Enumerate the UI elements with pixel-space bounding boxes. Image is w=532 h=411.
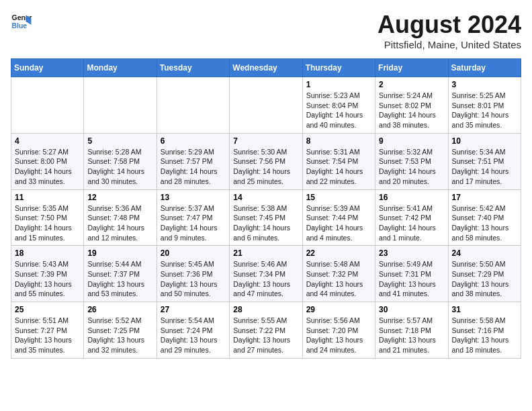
week-row-2: 4Sunrise: 5:27 AM Sunset: 8:00 PM Daylig… <box>11 133 521 189</box>
day-info: Sunrise: 5:46 AM Sunset: 7:34 PM Dayligh… <box>233 259 298 299</box>
weekday-header-sunday: Sunday <box>11 59 84 77</box>
day-info: Sunrise: 5:50 AM Sunset: 7:29 PM Dayligh… <box>452 259 517 299</box>
day-number: 27 <box>161 305 226 314</box>
day-number: 26 <box>87 305 152 314</box>
day-info: Sunrise: 5:32 AM Sunset: 7:53 PM Dayligh… <box>379 147 444 187</box>
day-number: 28 <box>233 305 298 314</box>
calendar-cell: 25Sunrise: 5:51 AM Sunset: 7:27 PM Dayli… <box>11 302 84 359</box>
logo: General Blue <box>11 11 32 32</box>
day-info: Sunrise: 5:58 AM Sunset: 7:16 PM Dayligh… <box>452 316 517 355</box>
day-number: 16 <box>379 193 444 202</box>
calendar-cell: 28Sunrise: 5:55 AM Sunset: 7:22 PM Dayli… <box>230 302 302 359</box>
day-info: Sunrise: 5:24 AM Sunset: 8:02 PM Dayligh… <box>379 91 444 130</box>
day-info: Sunrise: 5:41 AM Sunset: 7:42 PM Dayligh… <box>379 203 444 243</box>
calendar-cell: 22Sunrise: 5:48 AM Sunset: 7:32 PM Dayli… <box>302 246 375 302</box>
day-number: 29 <box>306 305 371 314</box>
calendar-cell: 5Sunrise: 5:28 AM Sunset: 7:58 PM Daylig… <box>84 133 157 189</box>
calendar-cell: 11Sunrise: 5:35 AM Sunset: 7:50 PM Dayli… <box>11 189 84 246</box>
day-info: Sunrise: 5:31 AM Sunset: 7:54 PM Dayligh… <box>306 147 371 187</box>
day-number: 25 <box>15 305 80 314</box>
day-info: Sunrise: 5:39 AM Sunset: 7:44 PM Dayligh… <box>306 203 371 243</box>
day-info: Sunrise: 5:54 AM Sunset: 7:24 PM Dayligh… <box>161 316 226 355</box>
day-number: 7 <box>233 136 298 146</box>
day-info: Sunrise: 5:45 AM Sunset: 7:36 PM Dayligh… <box>161 259 226 299</box>
calendar-cell: 3Sunrise: 5:25 AM Sunset: 8:01 PM Daylig… <box>448 77 521 134</box>
calendar-cell: 20Sunrise: 5:45 AM Sunset: 7:36 PM Dayli… <box>157 246 229 302</box>
day-info: Sunrise: 5:23 AM Sunset: 8:04 PM Dayligh… <box>306 91 371 130</box>
day-info: Sunrise: 5:43 AM Sunset: 7:39 PM Dayligh… <box>15 259 80 299</box>
calendar-cell: 14Sunrise: 5:38 AM Sunset: 7:45 PM Dayli… <box>230 189 302 246</box>
calendar-cell: 16Sunrise: 5:41 AM Sunset: 7:42 PM Dayli… <box>375 189 448 246</box>
day-number: 9 <box>379 136 444 146</box>
day-info: Sunrise: 5:57 AM Sunset: 7:18 PM Dayligh… <box>379 316 444 355</box>
day-number: 13 <box>161 193 226 202</box>
day-number: 15 <box>306 193 371 202</box>
calendar-cell: 13Sunrise: 5:37 AM Sunset: 7:47 PM Dayli… <box>157 189 229 246</box>
svg-text:Blue: Blue <box>12 22 28 30</box>
calendar-cell: 30Sunrise: 5:57 AM Sunset: 7:18 PM Dayli… <box>375 302 448 359</box>
day-info: Sunrise: 5:37 AM Sunset: 7:47 PM Dayligh… <box>161 203 226 243</box>
day-number: 4 <box>15 136 80 146</box>
day-info: Sunrise: 5:28 AM Sunset: 7:58 PM Dayligh… <box>87 147 152 187</box>
day-info: Sunrise: 5:52 AM Sunset: 7:25 PM Dayligh… <box>87 316 152 355</box>
day-number: 19 <box>87 248 152 258</box>
calendar-cell <box>230 77 302 134</box>
page-header: General Blue August 2024 Pittsfield, Mai… <box>11 11 521 50</box>
day-number: 14 <box>233 193 298 202</box>
weekday-header-row: SundayMondayTuesdayWednesdayThursdayFrid… <box>11 59 521 77</box>
weekday-header-monday: Monday <box>84 59 157 77</box>
calendar-cell: 12Sunrise: 5:36 AM Sunset: 7:48 PM Dayli… <box>84 189 157 246</box>
calendar-cell: 26Sunrise: 5:52 AM Sunset: 7:25 PM Dayli… <box>84 302 157 359</box>
calendar-cell: 15Sunrise: 5:39 AM Sunset: 7:44 PM Dayli… <box>302 189 375 246</box>
day-info: Sunrise: 5:29 AM Sunset: 7:57 PM Dayligh… <box>161 147 226 187</box>
calendar-cell: 27Sunrise: 5:54 AM Sunset: 7:24 PM Dayli… <box>157 302 229 359</box>
weekday-header-tuesday: Tuesday <box>157 59 229 77</box>
location-subtitle: Pittsfield, Maine, United States <box>378 39 521 50</box>
calendar-cell: 24Sunrise: 5:50 AM Sunset: 7:29 PM Dayli… <box>448 246 521 302</box>
day-number: 10 <box>452 136 517 146</box>
calendar-cell: 19Sunrise: 5:44 AM Sunset: 7:37 PM Dayli… <box>84 246 157 302</box>
month-year-title: August 2024 <box>378 11 521 39</box>
week-row-1: 1Sunrise: 5:23 AM Sunset: 8:04 PM Daylig… <box>11 77 521 134</box>
day-number: 8 <box>306 136 371 146</box>
day-info: Sunrise: 5:30 AM Sunset: 7:56 PM Dayligh… <box>233 147 298 187</box>
day-info: Sunrise: 5:35 AM Sunset: 7:50 PM Dayligh… <box>15 203 80 243</box>
calendar-cell: 18Sunrise: 5:43 AM Sunset: 7:39 PM Dayli… <box>11 246 84 302</box>
calendar-cell: 23Sunrise: 5:49 AM Sunset: 7:31 PM Dayli… <box>375 246 448 302</box>
day-number: 20 <box>161 248 226 258</box>
day-info: Sunrise: 5:48 AM Sunset: 7:32 PM Dayligh… <box>306 259 371 299</box>
day-info: Sunrise: 5:44 AM Sunset: 7:37 PM Dayligh… <box>87 259 152 299</box>
calendar-cell: 9Sunrise: 5:32 AM Sunset: 7:53 PM Daylig… <box>375 133 448 189</box>
calendar-cell: 4Sunrise: 5:27 AM Sunset: 8:00 PM Daylig… <box>11 133 84 189</box>
day-info: Sunrise: 5:34 AM Sunset: 7:51 PM Dayligh… <box>452 147 517 187</box>
calendar-cell: 21Sunrise: 5:46 AM Sunset: 7:34 PM Dayli… <box>230 246 302 302</box>
day-info: Sunrise: 5:51 AM Sunset: 7:27 PM Dayligh… <box>15 316 80 355</box>
calendar-cell: 29Sunrise: 5:56 AM Sunset: 7:20 PM Dayli… <box>302 302 375 359</box>
day-number: 31 <box>452 305 517 314</box>
calendar-cell <box>84 77 157 134</box>
day-info: Sunrise: 5:42 AM Sunset: 7:40 PM Dayligh… <box>452 203 517 243</box>
day-number: 1 <box>306 80 371 89</box>
day-number: 17 <box>452 193 517 202</box>
day-info: Sunrise: 5:49 AM Sunset: 7:31 PM Dayligh… <box>379 259 444 299</box>
week-row-3: 11Sunrise: 5:35 AM Sunset: 7:50 PM Dayli… <box>11 189 521 246</box>
calendar-cell: 1Sunrise: 5:23 AM Sunset: 8:04 PM Daylig… <box>302 77 375 134</box>
calendar-cell <box>157 77 229 134</box>
day-number: 2 <box>379 80 444 89</box>
calendar-cell: 17Sunrise: 5:42 AM Sunset: 7:40 PM Dayli… <box>448 189 521 246</box>
weekday-header-friday: Friday <box>375 59 448 77</box>
calendar-cell <box>11 77 84 134</box>
day-number: 24 <box>452 248 517 258</box>
day-number: 6 <box>161 136 226 146</box>
day-info: Sunrise: 5:56 AM Sunset: 7:20 PM Dayligh… <box>306 316 371 355</box>
day-number: 23 <box>379 248 444 258</box>
calendar-cell: 8Sunrise: 5:31 AM Sunset: 7:54 PM Daylig… <box>302 133 375 189</box>
day-info: Sunrise: 5:25 AM Sunset: 8:01 PM Dayligh… <box>452 91 517 130</box>
calendar-table: SundayMondayTuesdayWednesdayThursdayFrid… <box>11 58 521 359</box>
day-number: 5 <box>87 136 152 146</box>
title-area: August 2024 Pittsfield, Maine, United St… <box>378 11 521 50</box>
day-info: Sunrise: 5:27 AM Sunset: 8:00 PM Dayligh… <box>15 147 80 187</box>
weekday-header-saturday: Saturday <box>448 59 521 77</box>
calendar-cell: 6Sunrise: 5:29 AM Sunset: 7:57 PM Daylig… <box>157 133 229 189</box>
day-number: 11 <box>15 193 80 202</box>
